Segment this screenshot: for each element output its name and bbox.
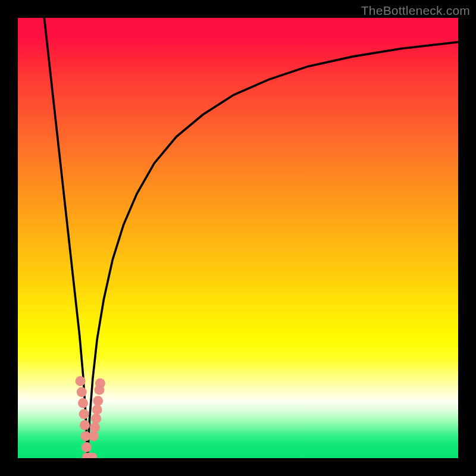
marker-dot xyxy=(90,422,100,433)
marker-bottom-cluster xyxy=(82,453,97,458)
marker-dot xyxy=(95,378,105,389)
marker-dot xyxy=(79,409,89,419)
marker-dot xyxy=(78,398,88,408)
right-branch-curve xyxy=(87,42,458,458)
marker-dot xyxy=(77,387,87,397)
marker-dot xyxy=(76,376,86,386)
chart-frame: TheBottleneck.com xyxy=(0,0,476,476)
marker-dot xyxy=(82,442,92,452)
curve-layer xyxy=(18,18,458,458)
marker-dot xyxy=(92,405,102,415)
marker-dot xyxy=(91,414,101,424)
watermark-text: TheBottleneck.com xyxy=(361,4,470,18)
marker-dot xyxy=(80,420,90,430)
marker-dot xyxy=(93,396,103,406)
plot-area xyxy=(18,18,458,458)
marker-dot xyxy=(89,431,99,441)
